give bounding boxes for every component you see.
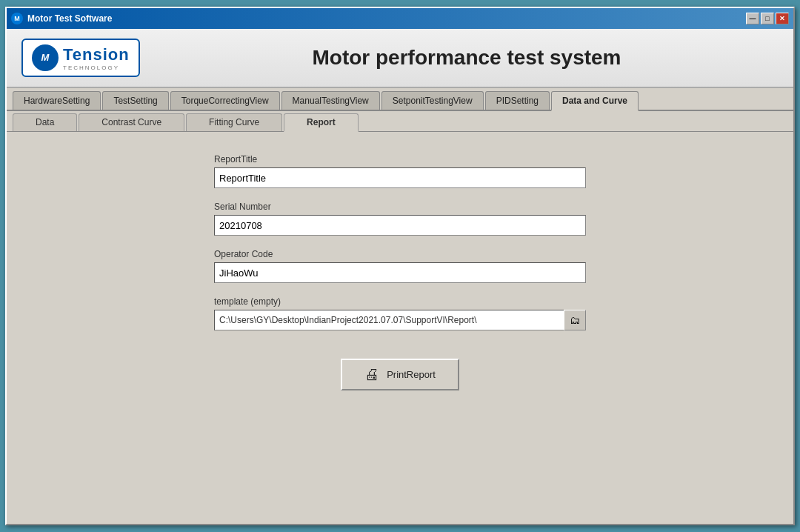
report-title-label: ReportTitle [214, 154, 586, 164]
browse-button[interactable]: 🗂 [564, 310, 586, 330]
header-banner: M Tension TECHNOLOGY Motor performance t… [7, 29, 793, 88]
template-path-input[interactable] [214, 310, 564, 330]
close-button[interactable]: ✕ [776, 13, 789, 24]
main-window: M Motor Test Software — □ ✕ M Tension TE… [5, 7, 795, 525]
tab-testsetting[interactable]: TestSetting [102, 91, 168, 110]
tab-setponittestingview[interactable]: SetponitTestingView [381, 91, 484, 110]
svg-text:M: M [41, 52, 50, 63]
app-icon: M [11, 13, 23, 24]
print-button-row: 🖨 PrintReport [214, 359, 586, 390]
sub-tab-fitting-curve[interactable]: Fitting Curve [186, 113, 282, 131]
template-label: template (empty) [214, 296, 586, 307]
logo-circle-icon: M [32, 44, 59, 71]
tab-hardwaresetting[interactable]: HardwareSetting [13, 91, 101, 110]
template-group: template (empty) 🗂 [214, 296, 586, 330]
print-report-button[interactable]: 🖨 PrintReport [341, 359, 459, 390]
serial-number-label: Serial Number [214, 202, 586, 212]
header-title: Motor performance test system [155, 46, 779, 70]
tab-pidsetting[interactable]: PIDSetting [485, 91, 550, 110]
sub-tab-report[interactable]: Report [284, 113, 359, 132]
logo-brand: Tension [63, 45, 130, 64]
minimize-button[interactable]: — [746, 13, 759, 24]
sub-tab-contrast-curve[interactable]: Contrast Curve [79, 113, 184, 131]
titlebar-left: M Motor Test Software [11, 13, 112, 24]
operator-code-input[interactable] [214, 262, 586, 283]
sub-tab-data[interactable]: Data [13, 113, 77, 131]
tab-manualtestingview[interactable]: ManualTestingView [281, 91, 380, 110]
template-file-row: 🗂 [214, 310, 586, 330]
titlebar: M Motor Test Software — □ ✕ [7, 8, 793, 29]
maximize-button[interactable]: □ [761, 13, 774, 24]
logo-text: Tension TECHNOLOGY [63, 45, 130, 71]
printer-icon: 🖨 [364, 366, 379, 383]
print-report-label: PrintReport [387, 369, 436, 380]
serial-number-input[interactable] [214, 215, 586, 236]
tab-data-and-curve[interactable]: Data and Curve [551, 91, 639, 111]
logo-sub-text: TECHNOLOGY [63, 64, 130, 71]
folder-icon: 🗂 [570, 314, 580, 326]
operator-code-label: Operator Code [214, 249, 586, 259]
sub-tabs-bar: DataContrast CurveFitting CurveReport [7, 111, 793, 132]
serial-number-group: Serial Number [214, 202, 586, 236]
report-title-input[interactable] [214, 167, 586, 188]
report-title-group: ReportTitle [214, 154, 586, 188]
titlebar-buttons: — □ ✕ [746, 13, 789, 24]
logo-box: M Tension TECHNOLOGY [21, 39, 140, 77]
window-title: Motor Test Software [27, 13, 112, 24]
content-area: ReportTitle Serial Number Operator Code … [7, 132, 793, 517]
operator-code-group: Operator Code [214, 249, 586, 283]
tab-torquecorrectingview[interactable]: TorqueCorrectingView [170, 91, 280, 110]
main-tabs-bar: HardwareSettingTestSettingTorqueCorrecti… [7, 88, 793, 111]
